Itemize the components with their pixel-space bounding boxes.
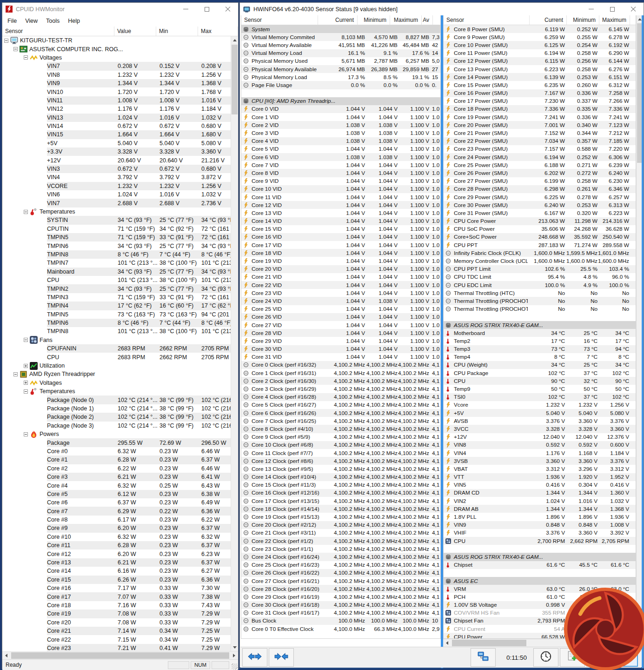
sensor-row[interactable]: Core 14 Clock (perf #10/4)4,100.2 MHz4,1… [241,473,440,481]
sensor-row[interactable]: COV/VRM HS Fan355 RPM179 RPM355 RPM [444,609,636,617]
section-header-row[interactable]: ASUS ROG STRIX TRX40-E GAM... [444,553,636,561]
sensor-row[interactable]: 1.8V PLL1.896 V1.896 V1.936 V [444,513,636,521]
sensor-row[interactable]: Thermal Throttling (PROCHOT E...NoNoNo [444,305,636,313]
sensor-row[interactable]: Core 22 Power (SMU)7.034 W0.357 W7.185 W [444,137,636,145]
tree-expander-icon[interactable] [24,338,28,342]
sensor-row[interactable]: Core 2 VID1.038 V1.038 V1.100 V1.0 [241,121,440,129]
sensor-row[interactable]: Core 21 Power (SMU)7.152 W0.344 W7.212 W [444,129,636,137]
scroll-left-icon[interactable] [443,639,451,647]
sensor-row[interactable]: Core+SoC Power248.668 W35.592 W250.540 W [444,233,636,241]
sensor-row[interactable]: Core 8 Clock (perf #4/10)4,100.2 MHz4,10… [241,425,440,433]
sensor-row[interactable]: Core 28 Power (SMU)6.298 W0.261 W6.346 W [444,185,636,193]
sensor-row[interactable]: Core 17 Power (SMU)7.230 W0.337 W7.266 W [444,97,636,105]
sensor-row[interactable]: VIN72.688 V2.688 V2.736 V [2,199,231,207]
tree-expander-icon[interactable] [24,210,28,214]
sensor-row[interactable]: Core #237.21 W0.41 W7.29 W [2,644,231,651]
sensor-row[interactable]: Package (Node 1)102 °C (214 °...38 °C (9… [2,404,231,413]
sensor-row[interactable]: Core 12 Power (SMU)6.115 W0.256 W6.144 W [444,57,636,65]
sensor-row[interactable]: Core 15 Power (SMU)6.235 W0.260 W6.312 W [444,81,636,89]
sensor-row[interactable]: Core 18 Clock (perf #14/14)4,100.2 MHz4,… [241,505,440,513]
sensor-row[interactable]: Core #177.07 W0.33 W7.38 W [2,592,231,601]
sensor-row[interactable]: Virtual Memory Available41,951 MB41,226 … [241,41,440,49]
sensor-row[interactable]: Core 25 Power (SMU)6.188 W0.271 W6.239 W [444,161,636,169]
sensor-row[interactable]: Core 21 VID1.044 V1.044 V1.100 V1.0 [241,273,440,281]
column-header-sensor[interactable]: Sensor [444,15,530,25]
sensor-row[interactable]: CPU Power66.528 W25.120 W316.992 W [444,633,636,639]
sensor-row[interactable]: Temp373 °C73 °C94 °C [444,345,636,353]
sensor-row[interactable]: CPU TDC Limit95.4 %4.8 %96.0 % [444,273,636,281]
sensor-row[interactable]: Core 25 Clock (perf #16/23)4,100.2 MHz4,… [241,561,440,569]
tree-node-row[interactable]: Fans [2,336,231,344]
column-header-minimum[interactable]: Minimum [567,15,599,25]
sensor-row[interactable]: DRAM CD1.344 V1.344 V1.360 V [444,489,636,497]
sensor-row[interactable]: Temp48 °C7 °C8 °C [444,353,636,361]
sensor-row[interactable]: Package (Node 3)102 °C (214 °...38 °C (9… [2,422,231,430]
sensor-row[interactable]: VIN80.592 V0.592 V0.600 V [444,441,636,449]
sensor-row[interactable]: Core 31 VID1.044 V1.044 V1.100 V1.0 [241,353,440,361]
expand-columns-button[interactable] [242,648,267,667]
column-header-sensor[interactable]: Sensor [2,27,114,36]
sensor-row[interactable]: CPUFANIN2683 RPM2662 RPM2705 RPM [2,344,231,353]
sensor-row[interactable]: +5V5.040 V5.040 V5.080 V [444,409,636,417]
sensor-row[interactable]: CPU PPT Limit102.6 %25.5 %103.4 % [444,265,636,273]
column-header-current[interactable]: Current [530,15,567,25]
menu-item-view[interactable]: View [21,16,42,26]
sensor-row[interactable]: VIN90.848 V0.848 V1.008 V [444,521,636,529]
sensor-row[interactable]: Core 31 Power (SMU)6.167 W0.320 W6.223 W [444,209,636,217]
sensor-row[interactable]: Core 3 Clock (perf #16/29)4,100.2 MHz4,1… [241,385,440,393]
tree-node-row[interactable]: ASUSTeK COMPUTER INC. ROG... [2,45,231,53]
hwinfo-titlebar[interactable]: HWiNFO64 v6.20-4030 Sensor Status [9 val… [240,3,644,15]
sensor-row[interactable]: +3.3V3.328 V3.328 V3.360 V [2,147,231,156]
sensor-row[interactable]: Physical Memory Used5,671 MB2,787 MB6,25… [241,57,440,65]
sensor-row[interactable]: TSI0102 °C37 °C102 °C [444,393,636,401]
sensor-row[interactable]: Physical Memory Load17.3 %8.5 %19.1 %15 [241,73,440,81]
hwinfo-right-column-header[interactable]: SensorCurrentMinimumMaximum [444,15,636,25]
sensor-row[interactable]: VIN81.232 V1.232 V1.256 V [2,71,231,79]
sensor-row[interactable]: Core 5 Clock (perf #16/27)4,100.2 MHz4,1… [241,401,440,409]
clock-button[interactable] [533,648,558,667]
sensor-row[interactable]: Core 19 Clock (perf #15/13)4,100.2 MHz4,… [241,513,440,521]
sensor-row[interactable]: TMPIN417 °C (62 °F)16 °C (60 °F)17 °C (6… [2,302,231,310]
sensor-row[interactable]: Vcore1.232 V1.232 V1.256 V [444,401,636,409]
sensor-row[interactable]: Bus Clock100.0 MHz100.0 MHz100.0 MHz10 [241,617,440,625]
sensor-row[interactable]: Core 1 VID1.044 V1.044 V1.100 V1.0 [241,113,440,121]
sensor-row[interactable]: Core 29 Clock (perf #16/19)4,100.2 MHz4,… [241,593,440,601]
maximize-button[interactable] [602,3,623,15]
sensor-row[interactable]: CPU EDC Limit100.0 %4.9 %100.0 % [444,281,636,289]
sensor-row[interactable]: 3VCC3.328 V3.328 V3.360 V [444,425,636,433]
sensor-row[interactable]: Temp217 °C16 °C17 °C [444,337,636,345]
sensor-row[interactable]: Core 21 Clock (perf #3/11)4,100.2 MHz4,1… [241,529,440,537]
sensor-row[interactable]: TMPIN634 °C (93 °F)25 °C (77 °F)34 °C (9… [2,241,231,250]
sensor-row[interactable]: TMPIN371 °C (159 °F)33 °C (91 °F)72 °C (… [2,293,231,302]
sensor-row[interactable]: Core 8 Power (SMU)6.119 W0.252 W6.145 W [444,25,636,33]
column-header-minimum[interactable]: Minimum [358,15,390,25]
sensor-row[interactable]: Core 11 VID1.044 V1.044 V1.100 V1.0 [241,193,440,201]
sensor-row[interactable]: Core 10 Power (SMU)6.125 W0.254 W6.192 W [444,41,636,49]
sensor-row[interactable]: Core 1 Clock (perf #16/31)4,100.2 MHz4,1… [241,369,440,377]
hwinfo-left-column-header[interactable]: SensorCurrentMinimumMaximumAv [241,15,440,25]
sensor-row[interactable]: VCORE1.232 V1.232 V1.256 V [2,182,231,190]
sensor-row[interactable]: Core #76.29 W0.22 W6.36 W [2,507,231,515]
tree-node-row[interactable]: AMD Ryzen Threadripper [2,370,231,378]
tree-expander-icon[interactable] [24,364,28,368]
sensor-row[interactable]: Core 0 VID1.044 V1.044 V1.100 V1.0 [241,105,440,113]
sensor-row[interactable]: Core 4 Clock (perf #16/28)4,100.2 MHz4,1… [241,393,440,401]
sensor-row[interactable]: Core 15 VID1.044 V1.044 V1.100 V1.0 [241,225,440,233]
sensor-row[interactable]: Core 30 Clock (perf #16/18)4,100.2 MHz4,… [241,601,440,609]
sensor-row[interactable]: +12V12.040 V12.040 V12.376 V [444,433,636,441]
sensor-row[interactable]: Core 20 VID1.044 V1.044 V1.100 V1.0 [241,265,440,273]
sensor-row[interactable]: TMPIN8101 °C (213 °...38 °C (100 °F)101 … [2,327,231,335]
sensor-row[interactable]: Core 7 Clock (perf #16/25)4,100.2 MHz4,1… [241,417,440,425]
sensor-row[interactable]: Core #66.37 W0.23 W6.49 W [2,498,231,507]
sensor-row[interactable]: Core 6 Clock (perf #16/26)4,100.2 MHz4,1… [241,409,440,417]
sensor-row[interactable]: VIN21.024 V1.016 V1.032 V [444,497,636,505]
scrollbar-thumb[interactable] [232,45,238,114]
sensor-row[interactable]: Core 17 VID1.044 V1.044 V1.100 V1.0 [241,241,440,249]
sensor-row[interactable]: DRAM AB1.344 V1.344 V1.368 V [444,505,636,513]
sensor-row[interactable]: VTT1.936 V1.920 V1.952 V [444,473,636,481]
column-header-min[interactable]: Min [156,27,198,36]
sensor-row[interactable]: VIN151.664 V1.664 V1.680 V [2,130,231,139]
sensor-row[interactable]: Core 18 VID1.044 V1.044 V1.100 V1.0 [241,249,440,257]
column-header-max[interactable]: Max [198,27,238,36]
menu-item-file[interactable]: File [3,16,21,26]
